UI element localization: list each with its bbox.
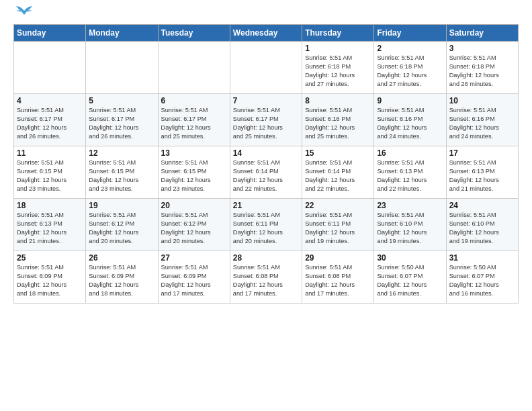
day-number: 30 [377,253,443,263]
logo-bird-icon [15,5,34,17]
calendar-cell: 31Sunrise: 5:50 AM Sunset: 6:07 PM Dayli… [446,251,518,304]
calendar-cell: 20Sunrise: 5:51 AM Sunset: 6:12 PM Dayli… [158,199,230,251]
weekday-header-wednesday: Wednesday [230,25,302,42]
day-info: Sunrise: 5:51 AM Sunset: 6:09 PM Dayligh… [89,263,154,298]
weekday-header-sunday: Sunday [14,25,86,42]
day-info: Sunrise: 5:51 AM Sunset: 6:17 PM Dayligh… [17,106,83,141]
day-info: Sunrise: 5:51 AM Sunset: 6:08 PM Dayligh… [305,263,371,298]
header [13,11,519,17]
calendar-cell: 13Sunrise: 5:51 AM Sunset: 6:15 PM Dayli… [158,146,230,199]
weekday-header-row: SundayMondayTuesdayWednesdayThursdayFrid… [14,25,519,42]
day-info: Sunrise: 5:51 AM Sunset: 6:17 PM Dayligh… [89,106,154,141]
page: SundayMondayTuesdayWednesdayThursdayFrid… [0,0,532,411]
calendar-cell: 21Sunrise: 5:51 AM Sunset: 6:11 PM Dayli… [230,199,302,251]
weekday-header-saturday: Saturday [446,25,518,42]
day-info: Sunrise: 5:51 AM Sunset: 6:10 PM Dayligh… [449,211,515,246]
day-info: Sunrise: 5:51 AM Sunset: 6:14 PM Dayligh… [233,158,299,193]
day-info: Sunrise: 5:51 AM Sunset: 6:17 PM Dayligh… [161,106,227,141]
calendar-cell: 9Sunrise: 5:51 AM Sunset: 6:16 PM Daylig… [374,94,446,146]
week-row-2: 4Sunrise: 5:51 AM Sunset: 6:17 PM Daylig… [14,94,519,146]
calendar-cell: 6Sunrise: 5:51 AM Sunset: 6:17 PM Daylig… [158,94,230,146]
day-number: 4 [17,96,83,105]
day-info: Sunrise: 5:51 AM Sunset: 6:18 PM Dayligh… [377,54,443,89]
day-info: Sunrise: 5:51 AM Sunset: 6:11 PM Dayligh… [233,211,299,246]
day-number: 11 [17,148,83,158]
day-info: Sunrise: 5:51 AM Sunset: 6:15 PM Dayligh… [161,158,227,193]
weekday-header-friday: Friday [374,25,446,42]
day-number: 19 [89,201,154,210]
day-info: Sunrise: 5:51 AM Sunset: 6:15 PM Dayligh… [17,158,83,193]
day-info: Sunrise: 5:51 AM Sunset: 6:08 PM Dayligh… [233,263,299,298]
day-number: 17 [449,148,515,158]
day-number: 5 [89,96,154,105]
day-number: 25 [17,253,83,263]
day-number: 26 [89,253,154,263]
day-number: 22 [305,201,371,210]
calendar-cell: 28Sunrise: 5:51 AM Sunset: 6:08 PM Dayli… [230,251,302,304]
day-info: Sunrise: 5:51 AM Sunset: 6:11 PM Dayligh… [305,211,371,246]
week-row-3: 11Sunrise: 5:51 AM Sunset: 6:15 PM Dayli… [14,146,519,199]
calendar-cell [230,42,302,94]
day-info: Sunrise: 5:51 AM Sunset: 6:10 PM Dayligh… [377,211,443,246]
calendar-cell: 30Sunrise: 5:50 AM Sunset: 6:07 PM Dayli… [374,251,446,304]
day-number: 29 [305,253,371,263]
day-info: Sunrise: 5:51 AM Sunset: 6:16 PM Dayligh… [305,106,371,141]
week-row-1: 1Sunrise: 5:51 AM Sunset: 6:18 PM Daylig… [14,42,519,94]
day-number: 20 [161,201,227,210]
weekday-header-tuesday: Tuesday [158,25,230,42]
calendar-cell: 4Sunrise: 5:51 AM Sunset: 6:17 PM Daylig… [14,94,86,146]
week-row-5: 25Sunrise: 5:51 AM Sunset: 6:09 PM Dayli… [14,251,519,304]
day-number: 1 [305,44,371,53]
day-info: Sunrise: 5:51 AM Sunset: 6:18 PM Dayligh… [305,54,371,89]
day-info: Sunrise: 5:51 AM Sunset: 6:17 PM Dayligh… [233,106,299,141]
calendar-cell: 1Sunrise: 5:51 AM Sunset: 6:18 PM Daylig… [302,42,374,94]
calendar-cell: 26Sunrise: 5:51 AM Sunset: 6:09 PM Dayli… [86,251,158,304]
calendar-cell: 10Sunrise: 5:51 AM Sunset: 6:16 PM Dayli… [446,94,518,146]
calendar-cell: 22Sunrise: 5:51 AM Sunset: 6:11 PM Dayli… [302,199,374,251]
day-number: 13 [161,148,227,158]
day-number: 28 [233,253,299,263]
calendar-cell: 15Sunrise: 5:51 AM Sunset: 6:14 PM Dayli… [302,146,374,199]
calendar-cell: 14Sunrise: 5:51 AM Sunset: 6:14 PM Dayli… [230,146,302,199]
day-number: 16 [377,148,443,158]
calendar-table: SundayMondayTuesdayWednesdayThursdayFrid… [13,24,519,304]
day-number: 27 [161,253,227,263]
logo [13,11,34,17]
week-row-4: 18Sunrise: 5:51 AM Sunset: 6:13 PM Dayli… [14,199,519,251]
calendar-cell: 2Sunrise: 5:51 AM Sunset: 6:18 PM Daylig… [374,42,446,94]
calendar-cell: 23Sunrise: 5:51 AM Sunset: 6:10 PM Dayli… [374,199,446,251]
calendar-cell: 17Sunrise: 5:51 AM Sunset: 6:13 PM Dayli… [446,146,518,199]
calendar-cell: 11Sunrise: 5:51 AM Sunset: 6:15 PM Dayli… [14,146,86,199]
calendar-cell: 27Sunrise: 5:51 AM Sunset: 6:09 PM Dayli… [158,251,230,304]
day-info: Sunrise: 5:51 AM Sunset: 6:13 PM Dayligh… [17,211,83,246]
day-number: 15 [305,148,371,158]
weekday-header-monday: Monday [86,25,158,42]
day-number: 21 [233,201,299,210]
day-number: 8 [305,96,371,105]
calendar-cell [158,42,230,94]
day-number: 10 [449,96,515,105]
weekday-header-thursday: Thursday [302,25,374,42]
day-info: Sunrise: 5:51 AM Sunset: 6:16 PM Dayligh… [377,106,443,141]
calendar-cell: 29Sunrise: 5:51 AM Sunset: 6:08 PM Dayli… [302,251,374,304]
calendar-cell: 19Sunrise: 5:51 AM Sunset: 6:12 PM Dayli… [86,199,158,251]
calendar-cell: 5Sunrise: 5:51 AM Sunset: 6:17 PM Daylig… [86,94,158,146]
calendar-cell: 18Sunrise: 5:51 AM Sunset: 6:13 PM Dayli… [14,199,86,251]
day-info: Sunrise: 5:51 AM Sunset: 6:18 PM Dayligh… [449,54,515,89]
day-number: 14 [233,148,299,158]
calendar-cell: 3Sunrise: 5:51 AM Sunset: 6:18 PM Daylig… [446,42,518,94]
day-number: 24 [449,201,515,210]
calendar-cell: 12Sunrise: 5:51 AM Sunset: 6:15 PM Dayli… [86,146,158,199]
day-info: Sunrise: 5:51 AM Sunset: 6:09 PM Dayligh… [161,263,227,298]
calendar-cell: 8Sunrise: 5:51 AM Sunset: 6:16 PM Daylig… [302,94,374,146]
day-info: Sunrise: 5:51 AM Sunset: 6:13 PM Dayligh… [449,158,515,193]
calendar-cell [86,42,158,94]
day-info: Sunrise: 5:51 AM Sunset: 6:16 PM Dayligh… [449,106,515,141]
day-info: Sunrise: 5:51 AM Sunset: 6:15 PM Dayligh… [89,158,154,193]
calendar-cell: 24Sunrise: 5:51 AM Sunset: 6:10 PM Dayli… [446,199,518,251]
day-info: Sunrise: 5:51 AM Sunset: 6:13 PM Dayligh… [377,158,443,193]
day-number: 3 [449,44,515,53]
day-info: Sunrise: 5:51 AM Sunset: 6:12 PM Dayligh… [89,211,154,246]
day-info: Sunrise: 5:51 AM Sunset: 6:14 PM Dayligh… [305,158,371,193]
day-number: 18 [17,201,83,210]
